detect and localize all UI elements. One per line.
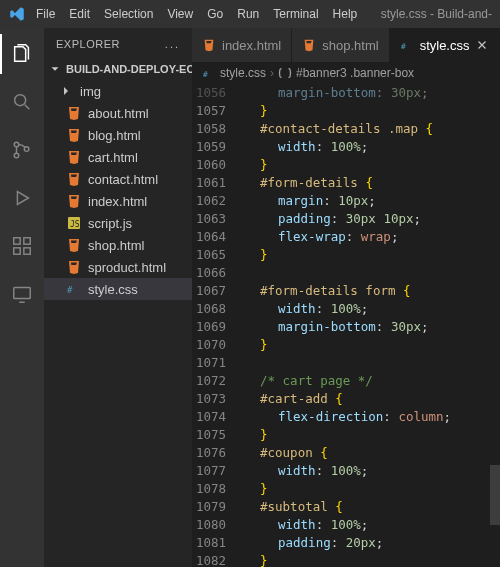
menu-view[interactable]: View [161,3,199,25]
vertical-scrollbar[interactable] [490,85,500,555]
chevron-right-icon: › [270,66,274,80]
file-label: index.html [88,194,147,209]
file-item-about-html[interactable]: about.html [44,102,192,124]
html-file-icon [202,38,216,52]
svg-point-0 [15,95,26,106]
file-item-contact-html[interactable]: contact.html [44,168,192,190]
svg-rect-4 [14,238,20,244]
brackets-icon [278,66,292,80]
folder-section-header[interactable]: BUILD-AND-DEPLOY-ECO... [44,60,192,78]
file-label: img [80,84,101,99]
activity-explorer-icon[interactable] [0,34,44,74]
menu-bar: FileEditSelectionViewGoRunTerminalHelp [30,3,363,25]
html-file-icon [66,171,82,187]
file-label: about.html [88,106,149,121]
file-label: contact.html [88,172,158,187]
file-label: blog.html [88,128,141,143]
activity-extensions-icon[interactable] [0,226,44,266]
svg-text:#: # [67,285,73,295]
svg-point-1 [14,142,19,147]
js-file-icon: JS [66,215,82,231]
css-file-icon: # [400,38,414,52]
tab-shop-html[interactable]: shop.html [292,28,389,62]
vscode-logo-icon [8,5,26,23]
file-item-blog-html[interactable]: blog.html [44,124,192,146]
svg-point-2 [14,153,19,158]
code-content[interactable]: margin-bottom: 30px;}#contact-details .m… [236,84,500,567]
svg-point-3 [24,147,29,152]
editor-tabs: index.htmlshop.html#style.css [192,28,500,62]
menu-terminal[interactable]: Terminal [267,3,324,25]
line-number-gutter: 1056105710581059106010611062106310641065… [192,84,236,567]
file-item-index-html[interactable]: index.html [44,190,192,212]
close-icon[interactable] [475,38,489,52]
activity-bar [0,28,44,567]
file-label: script.js [88,216,132,231]
sidebar-header: EXPLORER ... [44,28,192,60]
svg-rect-8 [14,288,31,299]
html-file-icon [66,105,82,121]
file-item-sproduct-html[interactable]: sproduct.html [44,256,192,278]
html-file-icon [66,237,82,253]
tab-label: style.css [420,38,470,53]
html-file-icon [302,38,316,52]
activity-run-debug-icon[interactable] [0,178,44,218]
html-file-icon [66,193,82,209]
tab-label: index.html [222,38,281,53]
breadcrumb-item[interactable]: #banner3 .banner-box [296,66,414,80]
window-title: style.css - Build-and- [381,7,492,21]
file-item-script-js[interactable]: JSscript.js [44,212,192,234]
activity-search-icon[interactable] [0,82,44,122]
svg-text:#: # [401,42,406,51]
svg-text:JS: JS [70,220,80,229]
tab-index-html[interactable]: index.html [192,28,292,62]
svg-text:#: # [203,69,208,78]
sidebar-more-icon[interactable]: ... [165,38,180,50]
title-bar: FileEditSelectionViewGoRunTerminalHelp s… [0,0,500,28]
menu-selection[interactable]: Selection [98,3,159,25]
file-tree: imgabout.htmlblog.htmlcart.htmlcontact.h… [44,78,192,300]
sidebar-title: EXPLORER [56,38,120,50]
chevron-down-icon [48,62,62,76]
scrollbar-thumb[interactable] [490,465,500,525]
html-file-icon [66,149,82,165]
css-icon: # [202,66,216,80]
html-file-icon [66,259,82,275]
css-file-icon: # [66,281,82,297]
breadcrumb[interactable]: #style.css›#banner3 .banner-box [192,62,500,84]
menu-file[interactable]: File [30,3,61,25]
svg-rect-6 [24,248,30,254]
file-item-shop-html[interactable]: shop.html [44,234,192,256]
svg-rect-7 [24,238,30,244]
code-editor[interactable]: 1056105710581059106010611062106310641065… [192,84,500,567]
menu-go[interactable]: Go [201,3,229,25]
file-label: sproduct.html [88,260,166,275]
breadcrumb-item[interactable]: style.css [220,66,266,80]
menu-edit[interactable]: Edit [63,3,96,25]
folder-item-img[interactable]: img [44,80,192,102]
file-item-cart-html[interactable]: cart.html [44,146,192,168]
tab-label: shop.html [322,38,378,53]
activity-source-control-icon[interactable] [0,130,44,170]
menu-run[interactable]: Run [231,3,265,25]
svg-rect-5 [14,248,20,254]
editor-group: index.htmlshop.html#style.css #style.css… [192,28,500,567]
file-item-style-css[interactable]: #style.css [44,278,192,300]
file-label: cart.html [88,150,138,165]
folder-section-label: BUILD-AND-DEPLOY-ECO... [66,63,192,75]
file-label: style.css [88,282,138,297]
file-label: shop.html [88,238,144,253]
sidebar: EXPLORER ... BUILD-AND-DEPLOY-ECO... img… [44,28,192,567]
chevron-right-icon [58,83,74,99]
tab-style-css[interactable]: #style.css [390,28,500,62]
menu-help[interactable]: Help [327,3,364,25]
html-file-icon [66,127,82,143]
activity-remote-icon[interactable] [0,274,44,314]
